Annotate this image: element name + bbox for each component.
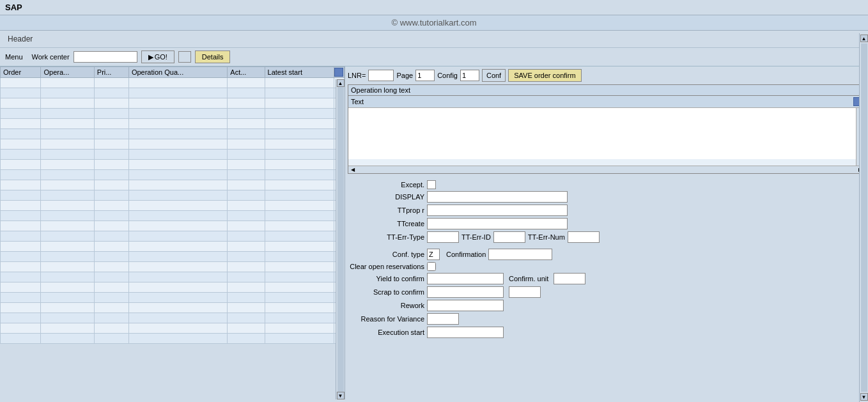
table-row[interactable]: [1, 272, 345, 282]
table-row[interactable]: [1, 221, 345, 231]
table-cell: [228, 129, 265, 139]
ttprop-input[interactable]: [427, 205, 568, 216]
table-row[interactable]: [1, 119, 345, 129]
confirmation-input[interactable]: [488, 249, 552, 260]
table-row[interactable]: [1, 88, 345, 98]
text-scroll-left[interactable]: ◀: [351, 167, 355, 173]
table-cell: [128, 313, 227, 323]
table-row[interactable]: [1, 242, 345, 252]
text-textarea[interactable]: [348, 108, 856, 159]
tt-err-type-input[interactable]: [427, 231, 459, 243]
table-cell: [1, 78, 41, 88]
table-row[interactable]: [1, 323, 345, 334]
table-row[interactable]: [1, 160, 345, 170]
rework-label: Rework: [348, 302, 424, 309]
tt-err-type-label: TT-Err-Type: [348, 233, 424, 241]
outer-scroll-up[interactable]: ▲: [860, 35, 868, 42]
rework-input[interactable]: [427, 300, 504, 311]
table-cell: [128, 88, 227, 98]
table-cell: [228, 242, 265, 252]
table-row[interactable]: [1, 262, 345, 272]
go-button[interactable]: ▶ GO!: [141, 50, 174, 63]
table-cell: [94, 119, 128, 129]
table-cell: [265, 323, 334, 334]
table-cell: [94, 170, 128, 180]
yield-input[interactable]: [427, 273, 504, 284]
table-row[interactable]: [1, 109, 345, 119]
tt-err-num-input[interactable]: [568, 231, 600, 243]
execution-input[interactable]: [427, 327, 504, 338]
except-row: Except.: [348, 180, 865, 189]
table-row[interactable]: [1, 150, 345, 160]
col-chooser-icon[interactable]: [334, 67, 345, 78]
table-row[interactable]: [1, 313, 345, 323]
table-row[interactable]: [1, 252, 345, 262]
table-cell: [265, 242, 334, 252]
scrap-extra-input[interactable]: [509, 286, 541, 298]
conf-type-input[interactable]: [427, 249, 440, 260]
table-cell: [265, 201, 334, 211]
outer-scrollbar: ▲ ▼: [859, 33, 868, 402]
table-cell: [265, 170, 334, 180]
rework-row: Rework: [348, 300, 865, 311]
clear-checkbox[interactable]: [427, 262, 436, 271]
page-input[interactable]: [415, 70, 435, 81]
ttcreate-row: TTcreate: [348, 218, 865, 229]
config-input[interactable]: [460, 70, 479, 81]
table-cell: [41, 323, 94, 334]
yield-label: Yield to confirm: [348, 275, 424, 282]
table-scroll-up[interactable]: ▲: [337, 79, 345, 87]
reason-input[interactable]: [427, 313, 459, 325]
display-input[interactable]: [427, 191, 568, 203]
table-cell: [41, 119, 94, 129]
table-row[interactable]: [1, 170, 345, 180]
table-row[interactable]: [1, 201, 345, 211]
execution-label: Execution start: [348, 329, 424, 336]
table-cell: [128, 303, 227, 313]
table-row[interactable]: [1, 211, 345, 221]
clear-label: Clear open reservations: [348, 263, 424, 270]
tt-err-id-input[interactable]: [493, 231, 525, 243]
table-cell: [228, 139, 265, 150]
ttcreate-input[interactable]: [427, 218, 568, 229]
table-scroll-down[interactable]: ▼: [337, 392, 345, 399]
conf-button[interactable]: Conf: [482, 69, 506, 82]
scrap-input[interactable]: [427, 286, 504, 298]
except-checkbox[interactable]: [427, 180, 436, 189]
table-cell: [94, 98, 128, 109]
details-button[interactable]: Details: [195, 50, 231, 63]
save-order-confirm-button[interactable]: SAVE order confirm: [508, 69, 581, 82]
table-cell: [41, 160, 94, 170]
table-cell: [228, 313, 265, 323]
workcenter-input[interactable]: [74, 51, 137, 63]
table-cell: [265, 139, 334, 150]
table-row[interactable]: [1, 303, 345, 313]
table-row[interactable]: [1, 180, 345, 190]
top-controls: LNR= Page Config Conf SAVE order confirm: [348, 69, 865, 82]
table-row[interactable]: [1, 282, 345, 293]
table-row[interactable]: [1, 78, 345, 88]
table-cell: [41, 242, 94, 252]
table-cell: [94, 293, 128, 303]
lnr-input[interactable]: [368, 70, 394, 81]
table-cell: [94, 313, 128, 323]
table-row[interactable]: [1, 98, 345, 109]
confirm-unit-input[interactable]: [554, 273, 585, 284]
table-cell: [128, 242, 227, 252]
table-row[interactable]: [1, 129, 345, 139]
table-row[interactable]: [1, 334, 345, 344]
table-row[interactable]: [1, 139, 345, 150]
table-row[interactable]: [1, 190, 345, 201]
table-row[interactable]: [1, 231, 345, 242]
table-cell: [41, 231, 94, 242]
outer-scroll-down[interactable]: ▼: [860, 393, 868, 401]
page-label: Page: [396, 72, 413, 79]
table-cell: [265, 78, 334, 88]
table-cell: [41, 170, 94, 180]
table-cell: [94, 150, 128, 160]
table-cell: [1, 262, 41, 272]
table-cell: [94, 231, 128, 242]
table-row[interactable]: [1, 293, 345, 303]
table-cell: [128, 160, 227, 170]
table-cell: [228, 180, 265, 190]
